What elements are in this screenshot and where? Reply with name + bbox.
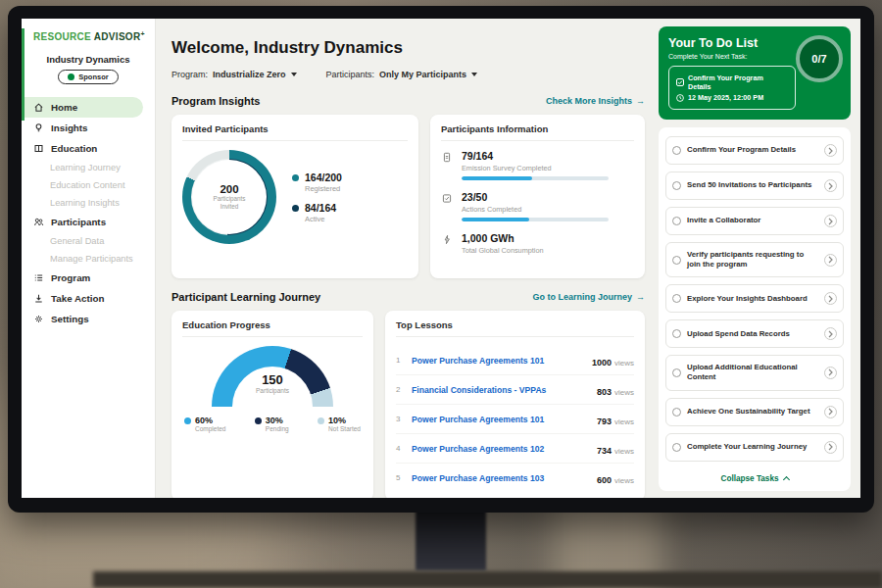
desk-surface: [93, 571, 882, 588]
sidebar-item-label: Participants: [51, 217, 106, 227]
legend-item-active: 84/164 Active: [292, 202, 342, 223]
list-icon: [33, 272, 44, 283]
task-checkbox[interactable]: [672, 368, 681, 377]
lesson-row: 4 Power Purchase Agreements 102 734views: [396, 434, 634, 464]
task-chevron-icon[interactable]: [824, 254, 837, 267]
invited-card-title: Invited Participants: [182, 123, 408, 141]
insights-cards-row: Invited Participants 200 Participants In…: [172, 115, 645, 278]
task-checkbox[interactable]: [672, 256, 681, 265]
todo-panel: Your To Do List Complete Your Next Task:…: [657, 19, 860, 498]
pending-dot: [255, 417, 262, 424]
sidebar-item-general-data[interactable]: General Data: [22, 232, 155, 250]
task-row[interactable]: Verify participants requesting to join t…: [665, 242, 844, 277]
lesson-rank: 2: [396, 385, 404, 394]
pinfo-card-title: Participants Information: [441, 123, 634, 141]
stat-global-consumption: 1,000 GWh Total Global Consumption: [441, 232, 634, 259]
todo-progress-badge: 0/7: [796, 35, 843, 82]
task-checkbox[interactable]: [672, 146, 681, 155]
go-to-learning-journey-link[interactable]: Go to Learning Journey →: [532, 292, 645, 302]
section-title-learning-journey: Participant Learning Journey: [172, 291, 320, 303]
journey-cards-row: Education Progress 150 Participants: [172, 311, 645, 498]
stat-label: Emission Survey Completed: [462, 164, 609, 172]
program-filter[interactable]: Program: Industrialize Zero: [172, 70, 297, 79]
task-chevron-icon[interactable]: [824, 215, 837, 227]
invited-donut-center: 200 Participants Invited: [192, 160, 267, 234]
task-row[interactable]: Explore Your Insights Dashboard: [665, 284, 844, 313]
program-insights-section-header: Program Insights Check More Insights →: [172, 95, 645, 107]
book-icon: [33, 143, 44, 154]
stat-value: 23/50: [462, 191, 609, 203]
task-chevron-icon[interactable]: [824, 327, 837, 340]
sidebar-item-learning-journey[interactable]: Learning Journey: [22, 159, 155, 176]
next-task-box[interactable]: Confirm Your Program Details 12 May 2025…: [668, 66, 796, 110]
progress-fill-1: [462, 218, 529, 221]
stat-actions-completed: 23/50 Actions Completed: [441, 191, 634, 221]
sidebar-item-settings[interactable]: Settings: [22, 309, 155, 329]
sponsor-badge: Sponsor: [58, 70, 118, 84]
sponsor-badge-label: Sponsor: [78, 73, 108, 81]
task-label: Invite a Collaborator: [687, 216, 818, 225]
sidebar-item-label: Manage Participants: [50, 254, 133, 264]
task-chevron-icon[interactable]: [824, 441, 837, 454]
task-row[interactable]: Achieve One Sustainability Target: [665, 398, 844, 426]
sidebar-item-education-content[interactable]: Education Content: [22, 176, 155, 194]
sidebar-item-label: General Data: [50, 236, 104, 246]
lesson-link[interactable]: Power Purchase Agreements 103: [412, 473, 589, 483]
task-chevron-icon[interactable]: [824, 406, 837, 418]
program-filter-label: Program:: [172, 70, 208, 79]
task-chevron-icon[interactable]: [824, 292, 837, 305]
participants-filter[interactable]: Participants: Only My Participants: [326, 70, 478, 79]
lesson-link[interactable]: Power Purchase Agreements 101: [412, 415, 589, 424]
task-label: Explore Your Insights Dashboard: [687, 294, 818, 304]
collapse-tasks-link[interactable]: Collapse Tasks: [665, 468, 844, 491]
task-checkbox[interactable]: [672, 408, 681, 416]
people-icon: [33, 217, 44, 227]
sidebar-item-learning-insights[interactable]: Learning Insights: [22, 194, 155, 212]
task-row[interactable]: Upload Additional Educational Content: [665, 355, 844, 390]
lesson-link[interactable]: Power Purchase Agreements 102: [412, 444, 589, 454]
task-label: Verify participants requesting to join t…: [687, 250, 818, 270]
chevron-down-icon: [291, 73, 297, 76]
sidebar-item-manage-participants[interactable]: Manage Participants: [22, 250, 155, 268]
task-row[interactable]: Upload Spend Data Records: [665, 319, 844, 348]
completed-value: 60%: [195, 416, 225, 425]
gauge-center-label: Participants: [212, 387, 333, 394]
task-checkbox[interactable]: [672, 443, 681, 452]
task-label: Confirm Your Program Details: [687, 145, 818, 155]
task-row[interactable]: Confirm Your Program Details: [665, 136, 844, 165]
legend-item-pending: 30% Pending: [255, 416, 289, 432]
task-checkbox[interactable]: [672, 217, 681, 225]
lesson-link[interactable]: Power Purchase Agreements 101: [412, 356, 584, 366]
task-chevron-icon[interactable]: [824, 179, 837, 192]
task-label: Complete Your Learning Journey: [687, 442, 818, 452]
filters-row: Program: Industrialize Zero Participants…: [172, 70, 645, 79]
invited-legend: 164/200 Registered 84/164 Active: [292, 163, 342, 232]
sidebar-item-participants[interactable]: Participants: [22, 212, 155, 232]
sidebar-item-education[interactable]: Education: [22, 138, 155, 159]
task-row[interactable]: Send 50 Invitations to Participants: [665, 172, 844, 200]
task-chevron-icon[interactable]: [824, 367, 837, 379]
check-more-insights-link[interactable]: Check More Insights →: [546, 96, 645, 106]
lesson-link[interactable]: Financial Considerations - VPPAs: [412, 385, 589, 395]
task-checkbox[interactable]: [672, 181, 681, 190]
todo-card: Your To Do List Complete Your Next Task:…: [659, 26, 851, 120]
checklist-icon: [441, 191, 454, 221]
task-checkbox[interactable]: [672, 329, 681, 338]
lesson-views: 803: [597, 387, 612, 397]
education-card-title: Education Progress: [182, 319, 363, 337]
home-icon: [33, 102, 44, 113]
task-row[interactable]: Complete Your Learning Journey: [665, 433, 844, 462]
task-row[interactable]: Invite a Collaborator: [665, 207, 844, 235]
sidebar-item-home[interactable]: Home: [22, 97, 143, 118]
task-chevron-icon[interactable]: [824, 144, 837, 157]
sidebar-item-label: Learning Journey: [50, 163, 121, 172]
sidebar-item-label: Learning Insights: [50, 198, 120, 208]
sidebar-item-program[interactable]: Program: [22, 268, 155, 288]
lesson-rank: 5: [396, 473, 404, 482]
task-checkbox[interactable]: [672, 294, 681, 303]
lesson-views: 1000: [592, 358, 612, 368]
sidebar-item-insights[interactable]: Insights: [22, 118, 155, 138]
sidebar-accent-bar: [22, 28, 24, 121]
not-started-value: 10%: [328, 416, 361, 425]
sidebar-item-take-action[interactable]: Take Action: [22, 288, 155, 309]
